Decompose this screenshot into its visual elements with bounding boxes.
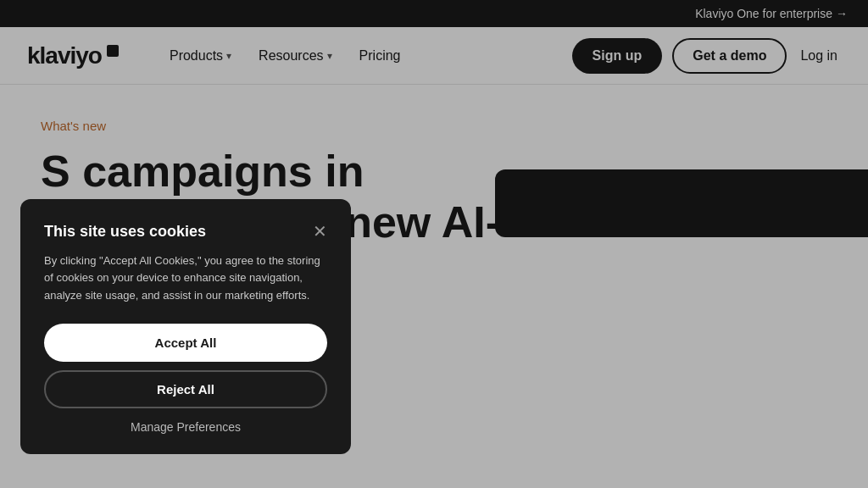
cookie-title: This site uses cookies (44, 223, 206, 241)
cookie-body: By clicking "Accept All Cookies," you ag… (44, 252, 327, 305)
cookie-modal: This site uses cookies ✕ By clicking "Ac… (20, 199, 351, 454)
manage-preferences-button[interactable]: Manage Preferences (44, 420, 327, 434)
cookie-overlay: This site uses cookies ✕ By clicking "Ac… (0, 0, 868, 488)
cookie-close-button[interactable]: ✕ (313, 223, 327, 240)
reject-all-button[interactable]: Reject All (44, 370, 327, 408)
cookie-header: This site uses cookies ✕ (44, 223, 327, 241)
accept-all-button[interactable]: Accept All (44, 324, 327, 362)
